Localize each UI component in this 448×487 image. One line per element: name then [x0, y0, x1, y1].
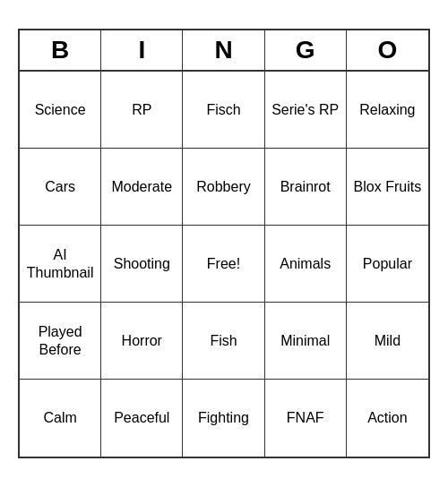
cell-label: Blox Fruits — [354, 178, 422, 195]
cell-r1-c4: Blox Fruits — [347, 149, 428, 226]
cell-r0-c1: RP — [101, 72, 183, 149]
bingo-card: BINGO ScienceRPFischSerie's RPRelaxingCa… — [18, 29, 430, 458]
cell-r3-c1: Horror — [101, 303, 183, 380]
cell-r0-c2: Fisch — [183, 72, 264, 149]
cell-label: Moderate — [111, 178, 172, 195]
cell-r1-c1: Moderate — [101, 149, 183, 226]
cell-label: Shooting — [114, 255, 170, 272]
cell-r4-c3: FNAF — [265, 380, 347, 457]
cell-r4-c2: Fighting — [183, 380, 264, 457]
bingo-grid: ScienceRPFischSerie's RPRelaxingCarsMode… — [20, 72, 428, 457]
cell-r4-c0: Calm — [20, 380, 101, 457]
cell-label: Horror — [122, 332, 162, 349]
cell-label: Mild — [375, 332, 401, 349]
cell-r2-c3: Animals — [265, 226, 347, 303]
cell-r1-c3: Brainrot — [265, 149, 347, 226]
header-letter: B — [20, 30, 101, 70]
cell-label: Cars — [45, 178, 75, 195]
cell-r2-c4: Popular — [347, 226, 428, 303]
cell-label: Played Before — [23, 323, 97, 357]
cell-r2-c2: Free! — [183, 226, 264, 303]
cell-r4-c1: Peaceful — [101, 380, 183, 457]
cell-label: Fish — [210, 332, 237, 349]
cell-r3-c4: Mild — [347, 303, 428, 380]
cell-label: Robbery — [196, 178, 250, 195]
cell-r0-c4: Relaxing — [347, 72, 428, 149]
header-letter: I — [101, 30, 183, 70]
cell-label: AI Thumbnail — [23, 246, 97, 280]
cell-r3-c0: Played Before — [20, 303, 101, 380]
cell-label: Popular — [363, 255, 412, 272]
cell-r0-c0: Science — [20, 72, 101, 149]
cell-label: Relaxing — [359, 101, 415, 118]
cell-label: Animals — [280, 255, 331, 272]
cell-r1-c2: Robbery — [183, 149, 264, 226]
cell-r0-c3: Serie's RP — [265, 72, 347, 149]
header-letter: G — [265, 30, 347, 70]
cell-label: Brainrot — [280, 178, 331, 195]
cell-r1-c0: Cars — [20, 149, 101, 226]
cell-label: Science — [35, 101, 86, 118]
cell-r3-c2: Fish — [183, 303, 264, 380]
cell-label: FNAF — [287, 409, 324, 426]
header-letter: N — [183, 30, 264, 70]
bingo-header: BINGO — [20, 30, 428, 72]
cell-label: Free! — [207, 255, 240, 272]
cell-label: Minimal — [280, 332, 330, 349]
cell-label: Fisch — [206, 101, 240, 118]
cell-r3-c3: Minimal — [265, 303, 347, 380]
cell-r2-c1: Shooting — [101, 226, 183, 303]
cell-label: Action — [367, 409, 407, 426]
cell-label: Peaceful — [114, 409, 169, 426]
cell-label: Serie's RP — [271, 101, 339, 118]
cell-r2-c0: AI Thumbnail — [20, 226, 101, 303]
cell-label: Fighting — [198, 409, 249, 426]
cell-r4-c4: Action — [347, 380, 428, 457]
header-letter: O — [347, 30, 428, 70]
cell-label: Calm — [43, 409, 76, 426]
cell-label: RP — [132, 101, 151, 118]
